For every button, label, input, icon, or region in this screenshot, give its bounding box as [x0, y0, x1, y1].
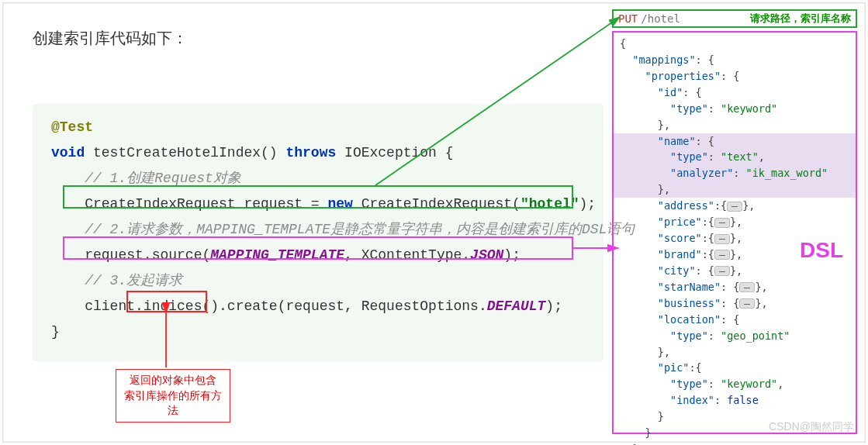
jp-type: "type" — [670, 102, 708, 115]
jp-price: "price" — [658, 216, 702, 228]
fold-icon[interactable] — [714, 266, 730, 276]
fold-icon[interactable] — [714, 234, 730, 244]
fold-icon[interactable] — [714, 250, 730, 260]
jp-score: "score" — [658, 232, 702, 244]
jp-brand: "brand" — [658, 248, 702, 260]
annotation: @Test — [51, 119, 93, 135]
brace: } — [658, 410, 664, 423]
fold-icon[interactable] — [739, 298, 755, 309]
stmt-3e: ); — [545, 298, 562, 314]
jp-type3: "type" — [670, 329, 708, 342]
default-const: DEFAULT — [487, 298, 546, 314]
stmt-1c: ); — [579, 196, 597, 212]
jk-false: false — [727, 394, 759, 406]
highlight-source — [63, 236, 573, 260]
jp-name: "name" — [658, 135, 696, 147]
close-brace: } — [51, 324, 60, 340]
fold-icon[interactable] — [727, 202, 742, 212]
brace: } — [645, 426, 652, 439]
jp-city: "city" — [658, 264, 696, 277]
watermark: CSDN@陶然同学 — [769, 420, 854, 434]
fold-icon[interactable] — [714, 218, 730, 228]
java-code-block: @Test void testCreateHotelIndex() throws… — [33, 104, 603, 361]
section-title: 创建索引库代码如下： — [33, 28, 188, 49]
comment-2b: DSL — [582, 222, 607, 237]
jp-index: "index" — [670, 394, 714, 406]
kw-throws: throws — [285, 145, 336, 160]
json-dsl-block: { "mappings": { "properties": { "id": { … — [612, 31, 857, 434]
js-kw2: "keyword" — [721, 378, 777, 390]
highlight-indices — [126, 291, 207, 312]
page-container: 创建索引库代码如下： @Test void testCreateHotelInd… — [2, 2, 866, 443]
method-name: testCreateHotelIndex() — [85, 145, 285, 160]
jp-an: "analyzer" — [670, 167, 733, 179]
comment-1: // 1.创建Request对象 — [85, 171, 241, 186]
dsl-label: DSL — [800, 238, 843, 263]
note-indices: 返回的对象中包含 索引库操作的所有方法 — [116, 369, 230, 423]
jp-loc: "location" — [658, 313, 721, 326]
note-line2: 索引库操作的所有方法 — [124, 389, 222, 417]
exc: IOException { — [336, 145, 453, 160]
comment-3: // 3.发起请求 — [85, 273, 182, 288]
note-line1: 返回的对象中包含 — [130, 374, 216, 386]
jp-id: "id" — [658, 86, 683, 98]
jp-pic: "pic" — [658, 361, 690, 374]
request-path: /hotel — [641, 12, 680, 25]
jp-bus: "business" — [658, 297, 721, 309]
stmt-3b: .create(request, RequestOptions. — [219, 298, 487, 314]
http-method: PUT — [618, 12, 638, 25]
js-text: "text" — [721, 150, 759, 163]
jp-type2: "type" — [670, 150, 708, 163]
kw-void: void — [51, 145, 85, 160]
jp-star: "starName" — [658, 281, 721, 293]
js-keyword: "keyword" — [721, 102, 777, 115]
js-ik: "ik_max_word" — [746, 167, 828, 179]
brace-open: { — [620, 37, 626, 50]
highlight-create-request — [63, 185, 573, 209]
js-geo: "geo_point" — [721, 329, 790, 342]
request-label: 请求路径，索引库名称 — [750, 12, 851, 26]
jp-mappings: "mappings" — [632, 53, 695, 66]
jp-type4: "type" — [670, 378, 708, 390]
jp-properties: "properties" — [645, 70, 721, 82]
fold-icon[interactable] — [739, 282, 755, 292]
jp-address: "address" — [658, 199, 714, 212]
comment-2a: // 2.请求参数，MAPPING_TEMPLATE是静态常量字符串，内容是创建… — [85, 222, 582, 237]
